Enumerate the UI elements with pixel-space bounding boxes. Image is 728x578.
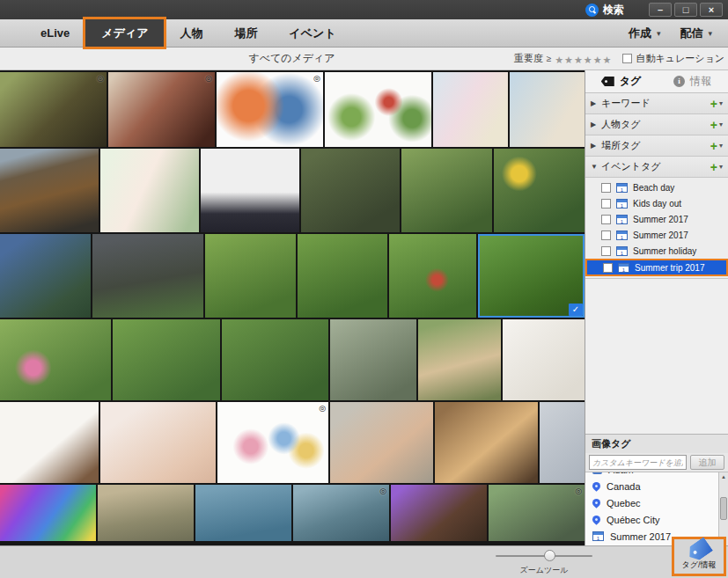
- scrollbar-track[interactable]: [719, 481, 728, 537]
- search-button[interactable]: 検索: [585, 3, 624, 18]
- thumb-man-in-suit[interactable]: [201, 149, 299, 232]
- thumb-family-yellow-sign[interactable]: [494, 149, 585, 232]
- add-tag-chevron-icon[interactable]: ▾: [719, 121, 723, 128]
- thumb-family-selfie[interactable]: [0, 319, 111, 400]
- thumb-man-tan-shirt[interactable]: [418, 319, 500, 400]
- add-place-tag-button[interactable]: +: [710, 140, 717, 152]
- image-tag-item[interactable]: Canada: [585, 478, 718, 494]
- thumb-family-illustration[interactable]: ◎: [217, 402, 328, 483]
- share-dropdown[interactable]: 配信 ▾: [680, 26, 712, 41]
- maximize-button[interactable]: □: [674, 3, 697, 17]
- tab-events[interactable]: イベント: [273, 19, 351, 47]
- rating-star-1[interactable]: ★: [555, 55, 564, 65]
- thumb-park-path-family[interactable]: [401, 149, 492, 232]
- thumb-beach-group[interactable]: ◎: [293, 485, 389, 541]
- minimize-button[interactable]: –: [649, 3, 672, 17]
- tab-places[interactable]: 場所: [218, 19, 273, 47]
- event-tag-list: 1Beach day1Kids day out1Summer 20171Summ…: [585, 178, 728, 279]
- thumb-woman-photo-with-girl[interactable]: [113, 319, 219, 400]
- create-dropdown[interactable]: 作成 ▾: [629, 26, 661, 41]
- auto-curation-checkbox[interactable]: [622, 54, 632, 63]
- thumb-faded-white-photo[interactable]: [503, 319, 585, 400]
- thumb-man-football-dark[interactable]: [92, 234, 203, 318]
- thumb-woman-at-shelf[interactable]: ◎: [108, 72, 215, 147]
- event-tag-checkbox[interactable]: [601, 215, 611, 224]
- thumb-pastel-watercolor-2[interactable]: [510, 72, 585, 147]
- thumb-family-fun-grass[interactable]: [389, 234, 475, 318]
- add-tag-chevron-icon[interactable]: ▾: [719, 142, 723, 150]
- thumb-gray-portrait-sliver[interactable]: [540, 402, 585, 483]
- event-tag-item[interactable]: 1Kids day out: [585, 195, 728, 211]
- event-tag-checkbox[interactable]: [603, 263, 613, 273]
- thumb-man-football-blue[interactable]: [0, 234, 91, 318]
- section-place-tags[interactable]: ▶場所タグ+▾: [585, 135, 728, 157]
- event-tag-checkbox[interactable]: [601, 183, 611, 193]
- rating-star-4[interactable]: ★: [584, 55, 593, 65]
- add-event-tag-button[interactable]: +: [710, 161, 717, 173]
- event-tag-label: Kids day out: [633, 199, 681, 209]
- thumb-flower-pots-illustration[interactable]: [325, 72, 431, 147]
- zoom-slider-knob[interactable]: [544, 550, 555, 561]
- thumb-pastel-watercolor-1[interactable]: [433, 72, 508, 147]
- scrollbar[interactable]: ▲ ▼: [718, 472, 728, 545]
- thumb-family-playing-grass[interactable]: [205, 234, 296, 318]
- scroll-up-icon[interactable]: ▲: [721, 472, 726, 481]
- thumb-watercolor-splash[interactable]: ◎: [217, 72, 323, 147]
- thumb-girl-portrait[interactable]: ◎: [0, 72, 107, 147]
- thumb-family-piggyback[interactable]: [301, 149, 400, 232]
- thumb-rainbow-abstract[interactable]: [0, 485, 96, 541]
- rating-star-6[interactable]: ★: [603, 55, 613, 65]
- thumb-woman-beauty-face[interactable]: [100, 402, 216, 483]
- event-tag-item[interactable]: 1Summer 2017: [585, 211, 728, 227]
- rating-star-2[interactable]: ★: [564, 55, 574, 65]
- rating-operator[interactable]: ≥: [547, 54, 552, 63]
- sidebar-tab-tags[interactable]: タグ: [585, 70, 657, 92]
- thumb-hands-photographing[interactable]: [330, 319, 416, 400]
- thumb-horse-purple[interactable]: [391, 485, 487, 541]
- add-people-tag-button[interactable]: +: [710, 119, 717, 131]
- image-tag-item[interactable]: Québec City: [585, 511, 718, 528]
- thumb-mountain-biker[interactable]: [0, 149, 99, 232]
- sidebar-tab-info[interactable]: i情報: [657, 70, 728, 92]
- custom-keyword-input[interactable]: [589, 455, 687, 470]
- tag-info-button[interactable]: タグ/情報: [672, 537, 726, 576]
- rating-star-3[interactable]: ★: [574, 55, 584, 65]
- tab-people[interactable]: 人物: [164, 19, 218, 47]
- add-keyword-tag-button[interactable]: +: [710, 98, 717, 110]
- section-keyword-tags[interactable]: ▶キーワード+▾: [585, 93, 728, 114]
- event-tag-item[interactable]: 1Summer trip 2017: [585, 259, 728, 276]
- section-event-tags[interactable]: ▼イベントタグ+▾: [585, 157, 728, 178]
- image-tag-item[interactable]: Adam: [585, 472, 718, 478]
- event-tag-checkbox[interactable]: [601, 230, 611, 240]
- thumb-girl-thumbs-up[interactable]: [0, 402, 99, 483]
- event-tag-item[interactable]: 1Summer holiday: [585, 243, 728, 259]
- scrollbar-thumb[interactable]: [720, 497, 727, 520]
- all-media-button[interactable]: すべてのメディア: [0, 51, 584, 66]
- thumb-family-phone-camera[interactable]: [222, 319, 328, 400]
- thumb-sand-dunes[interactable]: [98, 485, 194, 541]
- thumb-outdoor-group[interactable]: ◎: [489, 485, 585, 541]
- event-tag-item[interactable]: 1Summer 2017: [585, 227, 728, 243]
- auto-curation-label: 自動キュレーション: [636, 52, 724, 65]
- section-people-tags[interactable]: ▶人物タグ+▾: [585, 114, 728, 135]
- close-button[interactable]: ×: [700, 3, 723, 17]
- auto-curation-toggle[interactable]: 自動キュレーション: [622, 52, 724, 65]
- rating-star-5[interactable]: ★: [593, 55, 603, 65]
- thumb-shirtless-man[interactable]: [330, 402, 433, 483]
- add-tag-chevron-icon[interactable]: ▾: [719, 99, 723, 107]
- add-tag-chevron-icon[interactable]: ▾: [719, 163, 723, 171]
- image-tag-item[interactable]: Quebec: [585, 494, 718, 511]
- add-keyword-button[interactable]: 追加: [690, 455, 724, 470]
- zoom-slider[interactable]: [496, 550, 592, 562]
- tab-elive[interactable]: eLive: [25, 19, 85, 47]
- thumb-blonde-woman[interactable]: [435, 402, 538, 483]
- tab-media[interactable]: メディア: [85, 19, 164, 47]
- event-tag-icon: 1: [616, 183, 628, 193]
- event-tag-checkbox[interactable]: [601, 199, 611, 209]
- event-tag-item[interactable]: 1Beach day: [585, 179, 728, 195]
- thumb-family-group-grass[interactable]: [298, 234, 388, 318]
- thumb-family-lying-grass[interactable]: ✓: [478, 234, 585, 318]
- thumb-ocean-waves[interactable]: [195, 485, 291, 541]
- thumb-abstract-soft[interactable]: [100, 149, 199, 232]
- event-tag-checkbox[interactable]: [601, 246, 611, 256]
